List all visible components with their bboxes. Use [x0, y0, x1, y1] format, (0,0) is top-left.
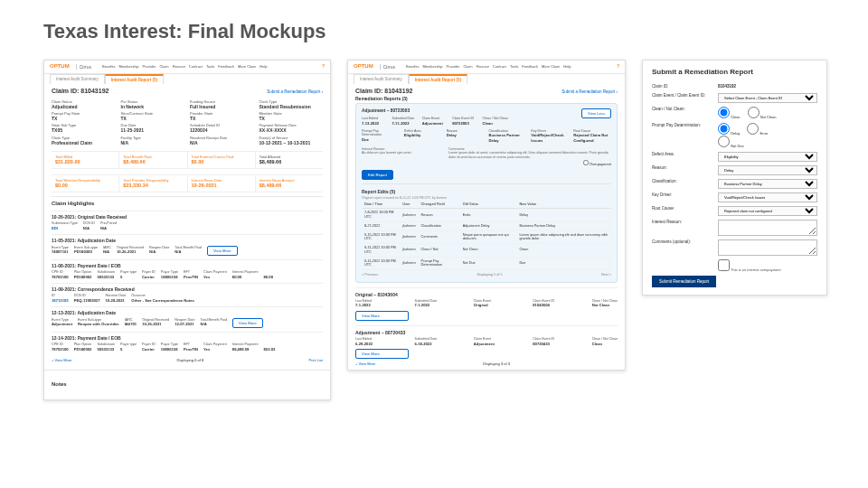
driver-select[interactable]: Void/Reject/Check Issues — [718, 192, 817, 202]
nav-item[interactable]: Contract — [493, 64, 506, 69]
nav-item[interactable]: Membership — [422, 64, 442, 69]
nav-item[interactable]: Claim — [159, 64, 168, 69]
submit-remediation-link[interactable]: Submit a Remediation Report › — [267, 89, 323, 95]
field-value: 81043604 — [533, 303, 586, 307]
app-header: OPTUM Cirrus Benefits Membership Provide… — [348, 61, 625, 74]
field-value: Business Partner Delay — [488, 133, 526, 143]
nav-item[interactable]: Feedback — [218, 64, 234, 69]
field-value: TX — [52, 116, 116, 121]
submit-report-button[interactable]: Submit Remediation Report — [652, 276, 716, 287]
edit-report-button[interactable]: Edit Report — [362, 170, 393, 180]
submit-remediation-link[interactable]: Submit a Remediation Report › — [561, 89, 618, 95]
nav-item[interactable]: Benefits — [406, 64, 419, 69]
tab-summary[interactable]: Interest Audit Summary — [354, 74, 409, 85]
mockup-submit-form: Submit a Remediation Report Claim ID: 81… — [642, 60, 827, 296]
nav-item[interactable]: Help — [563, 64, 571, 69]
hl-field-value: 78703100 — [52, 275, 69, 279]
overpayment-form-checkbox[interactable]: This is an interest overpayment — [718, 259, 817, 272]
display-count: Displaying 6 of 8 — [177, 358, 204, 362]
view-more-link[interactable]: + View More — [355, 361, 375, 366]
clean-radio[interactable]: Clean — [718, 107, 741, 119]
field-value: Clean — [592, 342, 618, 346]
hl-field-value[interactable]: EDI — [52, 226, 78, 230]
field-value: 10-12-2021 – 10-13-2021 — [259, 140, 324, 145]
ppd-notdue-radio[interactable]: Not Due — [718, 136, 744, 148]
nav-item[interactable]: Claim — [463, 64, 472, 69]
nav-item[interactable]: Help — [259, 64, 267, 69]
field-value: 6-18-2022 — [414, 342, 467, 346]
nav-item[interactable]: Tools — [206, 64, 214, 69]
brand-optum: OPTUM — [50, 63, 70, 70]
nav-item[interactable]: Finance — [173, 64, 185, 69]
claim-id-value: 81043192 — [718, 84, 817, 89]
view-more-button[interactable]: View More — [207, 246, 238, 256]
field-value: Rejected Claim Not Configured — [573, 133, 611, 143]
display-count: Displaying 3 of 3 — [483, 361, 510, 366]
ppd-delay-radio[interactable]: Delay — [718, 123, 740, 136]
nav-item[interactable]: More Claim — [542, 64, 560, 69]
nav-item[interactable]: Feedback — [522, 64, 538, 69]
view-more-button[interactable]: View More — [232, 318, 263, 328]
hl-field-value: 50533133 — [97, 347, 114, 352]
tab-report[interactable]: Interest Audit Report (5) — [409, 74, 467, 85]
class-select[interactable]: Business Partner Delay — [718, 179, 817, 189]
total-value: $31,820.00 — [55, 159, 115, 165]
hl-field-value: PD180002 — [74, 275, 92, 279]
hl-field-value: N/A — [201, 322, 228, 326]
event-id-label: Claim Event / Claim Event ID: — [652, 93, 715, 99]
view-more-link[interactable]: + View More — [52, 358, 71, 362]
page-title: Texas Interest: Final Mockups — [0, 0, 868, 43]
reason-select[interactable]: Delay — [718, 165, 817, 175]
ir-textarea[interactable] — [718, 220, 817, 236]
tab-report[interactable]: Interest Audit Report (5) — [105, 74, 164, 85]
field-value: 80720433 — [533, 342, 586, 346]
event-id-select[interactable]: Select Claim Event - Claim Event ID — [718, 93, 817, 103]
pager-prev[interactable]: < Previous — [362, 273, 378, 277]
tab-summary[interactable]: Interest Audit Summary — [50, 74, 105, 85]
view-more-button[interactable]: View More — [355, 311, 409, 321]
nav-item[interactable]: Provider — [446, 64, 459, 69]
nav-item[interactable]: More Claim — [238, 64, 256, 69]
defect-select[interactable]: Eligibility — [718, 152, 817, 162]
field-value: Due — [362, 137, 400, 142]
nav-item[interactable]: Contract — [189, 64, 203, 69]
tab-row: Interest Audit Summary Interest Audit Re… — [348, 74, 625, 85]
print-list-link[interactable]: Print List — [308, 358, 323, 362]
hl-field-value: N/A — [103, 249, 111, 254]
driver-label: Key Driver: — [652, 192, 715, 198]
claim-id-heading: Claim ID: 81043192 — [52, 88, 108, 96]
remediation-reports-heading: Remediation Reports (3) — [355, 96, 618, 103]
help-icon[interactable]: ? — [322, 64, 325, 70]
hl-field-value: ProvTIN — [184, 347, 198, 352]
help-icon[interactable]: ? — [617, 64, 619, 70]
overpayment-checkbox[interactable] — [583, 160, 589, 165]
hl-field-value: Carrier — [142, 347, 156, 352]
nav-item[interactable]: Provider — [142, 64, 156, 69]
not-clean-radio[interactable]: Not Clean — [748, 107, 777, 119]
chevron-right-icon: › — [617, 89, 618, 94]
table-cell: Adjustment Delay — [460, 221, 517, 230]
total-value: 10-26-2021 — [192, 183, 251, 189]
nav-item[interactable]: Membership — [118, 64, 138, 69]
total-value: $8,489.66 — [123, 159, 183, 165]
ppd-error-radio[interactable]: Error — [747, 123, 768, 136]
table-row: 9-11-2022 10:00 PM UTCjkohnemPrompt Pay … — [362, 257, 611, 269]
root-select[interactable]: Rejected claim not configured — [718, 206, 817, 216]
view-more-button[interactable]: View More — [355, 349, 409, 359]
class-label: Classification: — [652, 179, 715, 184]
total-value: $23,330.34 — [123, 183, 183, 189]
hl-field-value[interactable]: 18713103 — [52, 298, 69, 303]
nav-item[interactable]: Finance — [476, 64, 489, 69]
field-value: 7-1-2022 — [414, 303, 467, 307]
remediation-card: Adjustment – 80722003 Last Edited7-13-20… — [355, 103, 618, 283]
field-value: 6-29-2022 — [355, 342, 409, 346]
field-value: Eligibility — [404, 133, 442, 137]
nav-item[interactable]: Tools — [510, 64, 518, 69]
comments-textarea[interactable] — [718, 239, 817, 256]
view-less-button[interactable]: View Less — [581, 108, 611, 118]
pager-next[interactable]: Next > — [601, 273, 611, 277]
table-cell: Due — [516, 257, 611, 269]
claim-highlights-heading: Claim Highlights — [52, 201, 323, 208]
total-value: $8,489.66 — [259, 183, 319, 189]
nav-item[interactable]: Benefits — [102, 64, 115, 69]
